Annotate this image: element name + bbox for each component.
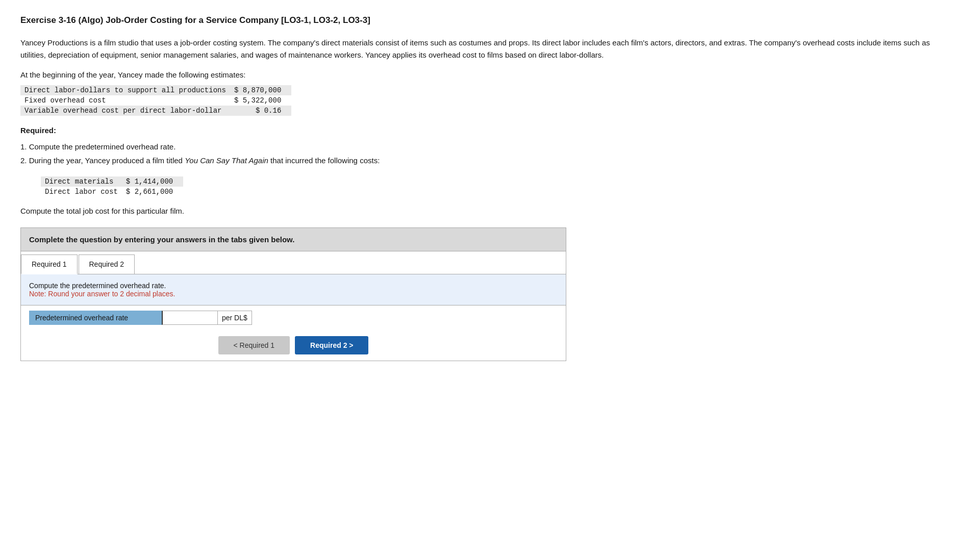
table-row: Direct materials$ 1,414,000 bbox=[41, 176, 183, 187]
next-button[interactable]: Required 2 > bbox=[295, 336, 368, 354]
tab-required-2[interactable]: Required 2 bbox=[79, 254, 135, 274]
estimates-intro: At the beginning of the year, Yancey mad… bbox=[20, 70, 933, 79]
row-value: $ 1,414,000 bbox=[122, 176, 183, 187]
row-label: Variable overhead cost per direct labor-… bbox=[20, 106, 230, 116]
film-costs-table: Direct materials$ 1,414,000Direct labor … bbox=[41, 176, 183, 197]
table-row: Direct labor-dollars to support all prod… bbox=[20, 85, 291, 95]
row-label: Direct labor cost bbox=[41, 187, 122, 197]
compute-text: Compute the total job cost for this part… bbox=[20, 205, 933, 217]
requirements-list: 1. Compute the predetermined overhead ra… bbox=[20, 140, 933, 167]
required-heading: Required: bbox=[20, 126, 933, 135]
row-label: Fixed overhead cost bbox=[20, 95, 230, 106]
answer-section: Complete the question by entering your a… bbox=[20, 227, 566, 361]
row-label: Direct labor-dollars to support all prod… bbox=[20, 85, 230, 95]
tabs-container: Required 1 Required 2 bbox=[21, 251, 566, 274]
row-value: $ 8,870,000 bbox=[230, 85, 291, 95]
page-title: Exercise 3-16 (Algo) Job-Order Costing f… bbox=[20, 15, 933, 26]
tab-content-area: Compute the predetermined overhead rate.… bbox=[21, 274, 566, 305]
table-row: Fixed overhead cost$ 5,322,000 bbox=[20, 95, 291, 106]
prev-button[interactable]: < Required 1 bbox=[218, 336, 290, 354]
row-label: Direct materials bbox=[41, 176, 122, 187]
tab-main-text: Compute the predetermined overhead rate. bbox=[29, 282, 558, 290]
input-label: Predetermined overhead rate bbox=[29, 311, 162, 325]
row-value: $ 0.16 bbox=[230, 106, 291, 116]
table-row: Direct labor cost$ 2,661,000 bbox=[41, 187, 183, 197]
row-value: $ 2,661,000 bbox=[122, 187, 183, 197]
requirement-1: 1. Compute the predetermined overhead ra… bbox=[20, 140, 933, 154]
input-row: Predetermined overhead rate per DL$ bbox=[21, 305, 566, 330]
requirement-2: 2. During the year, Yancey produced a fi… bbox=[20, 154, 933, 167]
tab-note-text: Note: Round your answer to 2 decimal pla… bbox=[29, 290, 558, 298]
tab-required-1[interactable]: Required 1 bbox=[21, 254, 78, 274]
nav-buttons-container: < Required 1 Required 2 > bbox=[21, 330, 566, 361]
estimates-table: Direct labor-dollars to support all prod… bbox=[20, 85, 291, 116]
intro-text: Yancey Productions is a film studio that… bbox=[20, 37, 933, 61]
input-suffix: per DL$ bbox=[218, 311, 252, 325]
overhead-rate-input[interactable] bbox=[162, 311, 218, 325]
answer-header: Complete the question by entering your a… bbox=[21, 228, 566, 251]
row-value: $ 5,322,000 bbox=[230, 95, 291, 106]
table-row: Variable overhead cost per direct labor-… bbox=[20, 106, 291, 116]
film-title: You Can Say That Again bbox=[185, 156, 268, 165]
